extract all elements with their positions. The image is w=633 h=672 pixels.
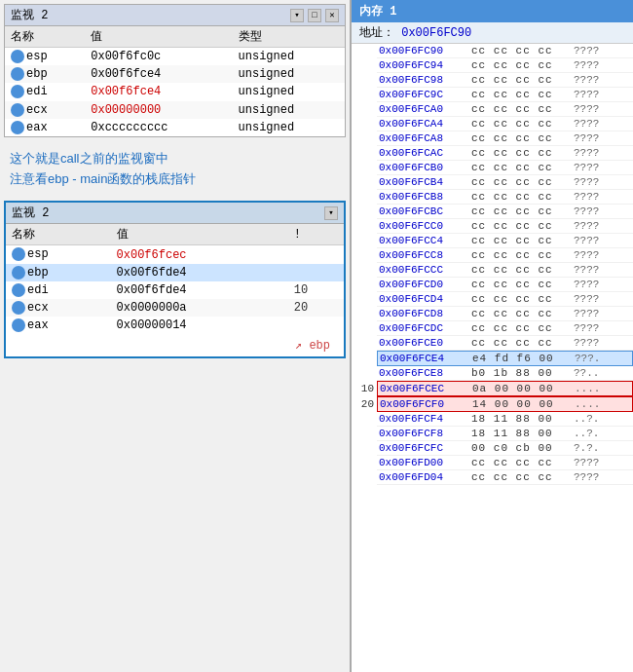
- memory-row[interactable]: 0x00F6FCC8cc cc cc cc????: [377, 248, 633, 263]
- mem-bytes: 18 11 88 00: [471, 428, 574, 439]
- mem-addr: 0x00F6FCC4: [379, 235, 471, 246]
- memory-row[interactable]: 0x00F6FCE0cc cc cc cc????: [377, 336, 633, 351]
- monitor2-title: 监视 2: [12, 205, 49, 221]
- mem-bytes: cc cc cc cc: [471, 279, 574, 290]
- mem-chars: ....: [575, 383, 600, 394]
- memory-row-wrapper: 0x00F6FCA8cc cc cc cc????: [352, 131, 633, 146]
- memory-row[interactable]: 0x00F6FCDCcc cc cc cc????: [377, 321, 633, 336]
- memory-row[interactable]: 0x00F6FC98cc cc cc cc????: [377, 73, 633, 88]
- mem-bytes: cc cc cc cc: [471, 293, 574, 305]
- memory-row[interactable]: 0x00F6FCB8cc cc cc cc????: [377, 190, 633, 205]
- memory-row-wrapper: 0x00F6FCF818 11 88 00..?.: [352, 427, 633, 441]
- mem-chars: ????: [574, 264, 599, 276]
- mem-bytes: 0a 00 00 00: [472, 383, 575, 394]
- pin-btn-2[interactable]: ▾: [324, 206, 338, 220]
- mem-addr: 0x00F6FC98: [379, 74, 471, 86]
- memory-row[interactable]: 0x00F6FCF418 11 88 00..?.: [377, 412, 633, 427]
- float-btn-1[interactable]: □: [308, 9, 321, 22]
- left-panel: 监视 2 ▾ □ ✕ 名称 值 类型 esp 0x00f6fc0c unsign…: [0, 0, 351, 672]
- pin-btn-1[interactable]: ▾: [290, 9, 304, 22]
- memory-row[interactable]: 0x00F6FCC0cc cc cc cc????: [377, 219, 633, 234]
- mem-bytes: cc cc cc cc: [471, 235, 574, 246]
- m2-row-name: esp: [6, 245, 111, 264]
- mem-addr: 0x00F6FCE0: [379, 337, 471, 349]
- titlebar-controls-1: ▾ □ ✕: [290, 9, 339, 22]
- memory-row[interactable]: 0x00F6FCBCcc cc cc cc????: [377, 205, 633, 219]
- memory-row-wrapper: 0x00F6FC9Ccc cc cc cc????: [352, 88, 633, 102]
- memory-row[interactable]: 0x00F6FCF014 00 00 00....: [377, 396, 633, 412]
- memory-content[interactable]: 0x00F6FC90cc cc cc cc????0x00F6FC94cc cc…: [352, 44, 633, 672]
- m2-row-name: ebp: [6, 264, 111, 281]
- memory-row-wrapper: 0x00F6FCF418 11 88 00..?.: [352, 412, 633, 427]
- mem-addr: 0x00F6FCEC: [380, 383, 472, 394]
- m2-row-value: 0x0000000a: [111, 299, 288, 317]
- row-icon: [11, 67, 24, 81]
- m2-row-value: 0x00f6fde4: [111, 281, 288, 299]
- memory-row[interactable]: 0x00F6FCA4cc cc cc cc????: [377, 117, 633, 131]
- m1-row-value: 0xccccccccc: [85, 119, 232, 136]
- annotation-line1: 这个就是call之前的监视窗中: [10, 149, 340, 169]
- memory-row[interactable]: 0x00F6FCE4e4 fd f6 00???.: [377, 351, 633, 366]
- mem-chars: ????: [574, 74, 599, 86]
- mem-chars: ????: [574, 293, 599, 305]
- memory-row[interactable]: 0x00F6FCF818 11 88 00..?.: [377, 427, 633, 441]
- mem-addr: 0x00F6FCD4: [379, 293, 471, 305]
- mem-addr: 0x00F6FCF0: [380, 398, 472, 410]
- memory-row-wrapper: 0x00F6FCE4e4 fd f6 00???.: [352, 351, 633, 366]
- memory-row[interactable]: 0x00F6FCD8cc cc cc cc????: [377, 307, 633, 321]
- memory-row[interactable]: 0x00F6FCB4cc cc cc cc????: [377, 175, 633, 190]
- memory-row[interactable]: 0x00F6FCD0cc cc cc cc????: [377, 278, 633, 292]
- mem-bytes: cc cc cc cc: [471, 162, 574, 173]
- row-icon: [11, 121, 24, 134]
- annotation: 这个就是call之前的监视窗中 注意看ebp - main函数的栈底指针: [0, 141, 350, 198]
- memory-row[interactable]: 0x00F6FD04cc cc cc cc????: [377, 470, 633, 485]
- close-btn-1[interactable]: ✕: [325, 9, 339, 22]
- mem-chars: ....: [575, 398, 600, 410]
- mem-addr: 0x00F6FCA8: [379, 132, 471, 144]
- mem-addr: 0x00F6FCB4: [379, 176, 471, 188]
- mem-chars: ????: [574, 191, 599, 203]
- mem-chars: ????: [574, 118, 599, 130]
- mem-addr: 0x00F6FCD0: [379, 279, 471, 290]
- col-value-2: 值: [111, 224, 288, 245]
- m2-row-num: [288, 317, 344, 334]
- row-icon: [12, 301, 25, 315]
- m2-row-num: [288, 264, 344, 281]
- memory-row[interactable]: 0x00F6FCD4cc cc cc cc????: [377, 292, 633, 307]
- memory-row-wrapper: 0x00F6FCC4cc cc cc cc????: [352, 234, 633, 248]
- memory-row[interactable]: 0x00F6FCEC0a 00 00 00....: [377, 381, 633, 396]
- mem-chars: ????: [574, 132, 599, 144]
- mem-addr: 0x00F6FCE8: [379, 367, 471, 379]
- mem-addr: 0x00F6FCB0: [379, 162, 471, 173]
- memory-row-wrapper: 0x00F6FCA0cc cc cc cc????: [352, 102, 633, 117]
- memory-row[interactable]: 0x00F6FCE8b0 1b 88 00??..: [377, 366, 633, 381]
- mem-addr: 0x00F6FCA0: [379, 103, 471, 115]
- ebp-arrow-label: ↗ ebp: [295, 338, 330, 353]
- memory-row[interactable]: 0x00F6FCCCcc cc cc cc????: [377, 263, 633, 278]
- memory-row[interactable]: 0x00F6FCACcc cc cc cc????: [377, 146, 633, 161]
- mem-chars: ????: [574, 176, 599, 188]
- m1-row-name: esp: [5, 48, 85, 66]
- mem-addr: 0x00F6FCFC: [379, 442, 471, 454]
- memory-row-wrapper: 0x00F6FCC0cc cc cc cc????: [352, 219, 633, 234]
- m2-row-value: 0x00000014: [111, 317, 288, 334]
- memory-row[interactable]: 0x00F6FCA0cc cc cc cc????: [377, 102, 633, 117]
- mem-bytes: cc cc cc cc: [471, 118, 574, 130]
- mem-chars: ????: [574, 322, 599, 334]
- memory-row[interactable]: 0x00F6FC9Ccc cc cc cc????: [377, 88, 633, 102]
- memory-row[interactable]: 0x00F6FCC4cc cc cc cc????: [377, 234, 633, 248]
- mem-bytes: cc cc cc cc: [471, 89, 574, 100]
- mem-chars: ????: [574, 59, 599, 71]
- memory-row[interactable]: 0x00F6FC94cc cc cc cc????: [377, 58, 633, 73]
- memory-row-wrapper: 0x00F6FCE8b0 1b 88 00??..: [352, 366, 633, 381]
- m1-row-name: eax: [5, 119, 85, 136]
- memory-row[interactable]: 0x00F6FCFC00 c0 cb 00?.?.: [377, 441, 633, 456]
- memory-row-wrapper: 0x00F6FD04cc cc cc cc????: [352, 470, 633, 485]
- memory-row[interactable]: 0x00F6FCA8cc cc cc cc????: [377, 131, 633, 146]
- mem-chars: ..?.: [574, 413, 599, 425]
- mem-addr: 0x00F6FC90: [379, 45, 471, 56]
- memory-row[interactable]: 0x00F6FD00cc cc cc cc????: [377, 456, 633, 470]
- mem-chars: ????: [574, 45, 599, 56]
- memory-row[interactable]: 0x00F6FCB0cc cc cc cc????: [377, 161, 633, 175]
- memory-row[interactable]: 0x00F6FC90cc cc cc cc????: [377, 44, 633, 58]
